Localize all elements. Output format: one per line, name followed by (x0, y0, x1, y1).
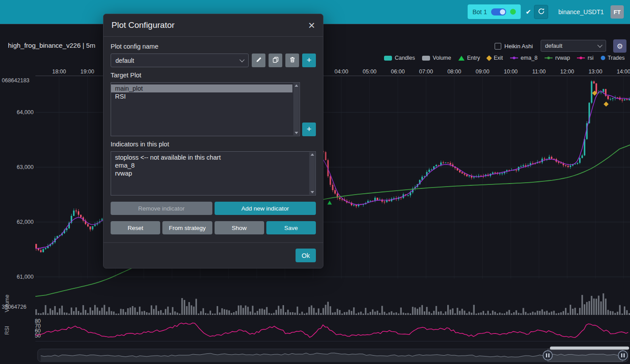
config-name-select-value: default (115, 57, 134, 64)
svg-text:18:00: 18:00 (52, 69, 66, 75)
plus-icon: + (307, 56, 311, 64)
show-button[interactable]: Show (215, 221, 264, 234)
target-plot-list[interactable]: main_plotRSI (111, 82, 300, 136)
modal-header: Plot Configurator × (104, 14, 323, 37)
legend-item-Exit[interactable]: Exit (487, 55, 503, 61)
svg-text:04:00: 04:00 (334, 69, 348, 75)
add-new-indicator-button[interactable]: Add new indicator (215, 202, 316, 215)
ema_8-legend-icon (510, 56, 518, 60)
modal-footer: Ok (104, 242, 323, 268)
modal-title: Plot Configurator (111, 20, 175, 30)
Candles-legend-icon (384, 56, 392, 61)
target-plot-option[interactable]: RSI (111, 92, 292, 100)
svg-text:06:00: 06:00 (391, 69, 405, 75)
plot-settings-button[interactable]: ⚙ (613, 39, 626, 53)
svg-text:63,000: 63,000 (17, 164, 34, 170)
plus-icon: + (307, 125, 311, 133)
indicator-option[interactable]: stoploss <-- not available in this chart (111, 153, 308, 161)
target-plot-label: Target Plot (111, 72, 316, 79)
pencil-icon (256, 57, 262, 64)
refresh-icon (538, 8, 545, 17)
legend-label: Entry (467, 55, 480, 61)
legend-label: rsi (588, 55, 593, 61)
svg-text:07:00: 07:00 (419, 69, 433, 75)
legend-label: Trades (608, 55, 625, 61)
svg-text:62,000: 62,000 (17, 219, 34, 225)
legend-label: ema_8 (521, 55, 538, 61)
app-window: Bot 1 ✔ binance_USDT1 FT 18:0019:0020:00… (0, 0, 630, 364)
save-button[interactable]: Save (266, 221, 316, 234)
legend-item-ema_8[interactable]: ema_8 (510, 55, 538, 61)
Entry-legend-icon (458, 56, 465, 61)
svg-text:09:00: 09:00 (476, 69, 489, 75)
config-name-label: Plot config name (111, 43, 316, 50)
svg-text:64,000: 64,000 (17, 109, 34, 115)
rvwap-legend-icon (545, 56, 553, 60)
bot-selector-pill[interactable]: Bot 1 (468, 4, 521, 19)
bot-online-dot (510, 9, 516, 15)
rsi-legend-icon (577, 56, 585, 60)
svg-text:11:00: 11:00 (532, 69, 545, 75)
indicators-list[interactable]: stoploss <-- not available in this chart… (111, 151, 316, 195)
svg-text:12:00: 12:00 (560, 69, 574, 75)
scroll-down-icon[interactable] (311, 191, 314, 193)
trash-icon (289, 57, 296, 64)
add-config-button[interactable]: + (302, 54, 316, 67)
plot-config-select[interactable]: default (541, 40, 606, 52)
legend-item-Candles[interactable]: Candles (384, 55, 415, 61)
legend-label: rvwap (555, 55, 570, 61)
indicator-option[interactable]: ema_8 (111, 161, 308, 169)
add-subplot-button[interactable]: + (302, 123, 316, 136)
bot-toggle[interactable] (491, 8, 506, 15)
delete-config-button[interactable] (285, 54, 299, 67)
scroll-down-icon[interactable] (295, 132, 298, 134)
svg-text:Volume: Volume (4, 295, 10, 312)
legend-item-rvwap[interactable]: rvwap (545, 55, 570, 61)
toggle-knob (500, 9, 505, 15)
legend-item-Trades[interactable]: Trades (601, 55, 625, 61)
chart-legend: CandlesVolumeEntryExitema_8rvwaprsiTrade… (384, 55, 625, 61)
target-plot-option[interactable]: main_plot (111, 84, 292, 92)
check-icon: ✔ (526, 8, 531, 16)
running-bot-name: binance_USDT1 (558, 8, 604, 15)
legend-item-rsi[interactable]: rsi (577, 55, 593, 61)
gear-icon: ⚙ (617, 42, 623, 50)
reset-button[interactable]: Reset (111, 221, 160, 234)
copy-icon (273, 57, 279, 64)
legend-label: Exit (494, 55, 503, 61)
refresh-button[interactable] (534, 5, 548, 19)
close-icon[interactable]: × (308, 21, 315, 29)
modal-body: Plot config name default + (104, 37, 323, 242)
ok-button[interactable]: Ok (296, 249, 316, 262)
target-plot-scrollbar[interactable] (293, 83, 299, 135)
indicator-option[interactable]: rvwap (111, 169, 308, 177)
legend-label: Candles (395, 55, 415, 61)
scroll-up-icon[interactable] (311, 153, 314, 156)
from-strategy-button[interactable]: From strategy (162, 221, 212, 234)
scroll-up-icon[interactable] (295, 84, 298, 87)
indicators-scrollbar[interactable] (309, 152, 315, 195)
chevron-down-icon (239, 57, 244, 62)
heikin-ashi-label: Heikin Ashi (504, 43, 533, 50)
Exit-legend-icon (486, 55, 492, 61)
bot-name-label: Bot 1 (472, 8, 487, 15)
freqtrade-logo[interactable]: FT (611, 5, 624, 19)
config-name-select[interactable]: default (111, 54, 249, 67)
svg-text:61,000: 61,000 (17, 274, 34, 280)
svg-text:13:00: 13:00 (588, 69, 602, 75)
svg-text:08:00: 08:00 (447, 69, 461, 75)
legend-item-Entry[interactable]: Entry (458, 55, 480, 61)
rename-config-button[interactable] (252, 54, 265, 67)
svg-text:50: 50 (35, 333, 41, 339)
remove-indicator-button[interactable]: Remove indicator (111, 202, 212, 215)
chart-title: high_frog_binance_v226 | 5m (8, 42, 95, 49)
indicators-label: Indicators in this plot (111, 141, 316, 148)
svg-text:10:00: 10:00 (504, 69, 518, 75)
legend-item-Volume[interactable]: Volume (422, 55, 451, 61)
svg-text:RSI: RSI (4, 326, 10, 335)
heikin-ashi-checkbox[interactable] (495, 43, 501, 50)
svg-text:14:00: 14:00 (617, 69, 630, 75)
svg-text:05:00: 05:00 (363, 69, 376, 75)
svg-text:19:00: 19:00 (81, 69, 94, 75)
duplicate-config-button[interactable] (269, 54, 282, 67)
